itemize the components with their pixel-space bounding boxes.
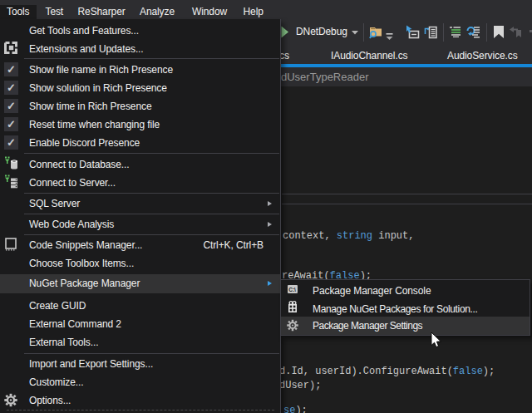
svg-text:C:\: C:\ [288, 287, 296, 293]
